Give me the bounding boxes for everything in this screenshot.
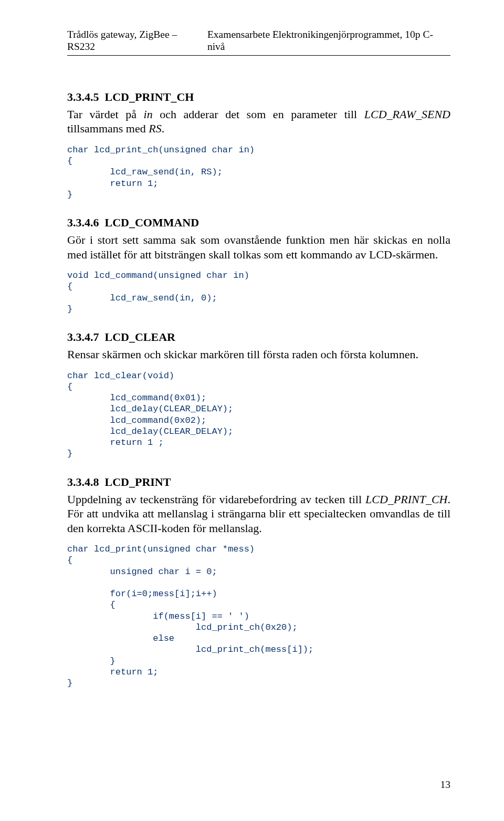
page-number: 13	[440, 779, 451, 791]
code-block: char lcd_print(unsigned char *mess) { un…	[67, 544, 450, 689]
section-3-3-4-7: 3.3.4.7 LCD_CLEAR Rensar skärmen och ski…	[67, 330, 450, 460]
section-3-3-4-6: 3.3.4.6 LCD_COMMAND Gör i stort sett sam…	[67, 216, 450, 315]
heading: 3.3.4.8 LCD_PRINT	[67, 475, 450, 489]
heading-title: LCD_COMMAND	[105, 216, 200, 229]
page: Trådlös gateway, ZigBee – RS232 Examensa…	[0, 0, 504, 821]
code-block: char lcd_print_ch(unsigned char in) { lc…	[67, 144, 450, 200]
header-rule	[67, 55, 450, 56]
paragraph: Uppdelning av teckensträng för vidarebef…	[67, 492, 450, 536]
heading: 3.3.4.5 LCD_PRINT_CH	[67, 90, 450, 104]
heading: 3.3.4.7 LCD_CLEAR	[67, 330, 450, 344]
content: 3.3.4.5 LCD_PRINT_CH Tar värdet på in oc…	[67, 90, 450, 689]
header-left: Trådlös gateway, ZigBee – RS232	[67, 28, 207, 53]
section-3-3-4-8: 3.3.4.8 LCD_PRINT Uppdelning av teckenst…	[67, 475, 450, 689]
heading: 3.3.4.6 LCD_COMMAND	[67, 216, 450, 230]
paragraph: Tar värdet på in och adderar det som en …	[67, 107, 450, 136]
paragraph: Rensar skärmen och skickar markören till…	[67, 347, 450, 362]
page-header: Trådlös gateway, ZigBee – RS232 Examensa…	[67, 28, 450, 53]
heading-number: 3.3.4.6	[67, 216, 99, 229]
heading-title: LCD_PRINT_CH	[105, 90, 194, 103]
code-block: void lcd_command(unsigned char in) { lcd…	[67, 270, 450, 315]
header-right: Examensarbete Elektronikingenjörprogramm…	[207, 28, 450, 53]
section-3-3-4-5: 3.3.4.5 LCD_PRINT_CH Tar värdet på in oc…	[67, 90, 450, 200]
heading-number: 3.3.4.7	[67, 330, 99, 344]
heading-number: 3.3.4.5	[67, 90, 99, 103]
code-block: char lcd_clear(void) { lcd_command(0x01)…	[67, 370, 450, 460]
heading-title: LCD_CLEAR	[105, 330, 175, 344]
heading-title: LCD_PRINT	[105, 475, 171, 489]
heading-number: 3.3.4.8	[67, 475, 99, 489]
paragraph: Gör i stort sett samma sak som ovanståen…	[67, 233, 450, 262]
